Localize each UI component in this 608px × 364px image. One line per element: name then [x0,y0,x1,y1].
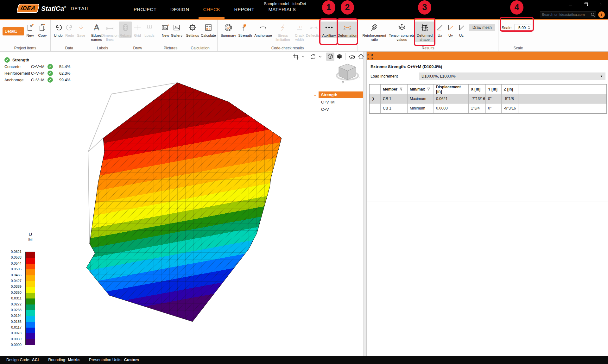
ribbon-button-edges-names[interactable]: A Edges names [90,22,103,42]
tab-design[interactable]: DESIGN [163,0,196,19]
group-label: Draw [117,46,158,50]
table-header-y[interactable]: Y [in] [486,85,502,94]
ribbon-button-new-project[interactable]: New [24,22,36,38]
ribbon-button-summary[interactable]: Summary [219,22,237,38]
ribbon-button-anchorage[interactable]: Anchorage [253,22,273,38]
edges-names-icon: A [92,22,101,33]
ribbon-group-pictures: New Gallery Pictures [158,20,183,51]
save-icon [77,22,85,33]
copy-icon [38,22,47,33]
gear-icon: </> [188,22,197,33]
close-icon[interactable] [598,1,604,8]
tree-item-cvm[interactable]: C+V+M [312,98,363,106]
table-cell[interactable]: 0.0621 [434,94,469,104]
ribbon-button-ux[interactable]: Ux [434,22,445,38]
search-box[interactable] [540,11,596,18]
zoom-extents-button[interactable] [366,53,374,61]
legend-band [26,304,35,310]
ribbon-button-auxiliary[interactable]: Auxiliary [321,22,337,38]
table-cell[interactable]: CB 1 [381,94,408,104]
load-increment-value: D100.0%, L100.0% [421,74,600,78]
home-view-button[interactable] [357,53,365,61]
tree-item-cv[interactable]: C+V [312,106,363,113]
ribbon-button-new-picture[interactable]: New [160,22,171,38]
search-input[interactable] [542,13,591,16]
minimize-button[interactable] [567,1,574,8]
section-view-button[interactable] [348,53,356,61]
tab-report[interactable]: REPORT [227,0,261,19]
svg-text:</>: </> [191,27,194,29]
tab-check[interactable]: CHECK [196,0,227,19]
ribbon-button-gallery[interactable]: Gallery [171,22,183,38]
ribbon-button-settings[interactable]: </> Settings [185,22,200,38]
table-row-expander[interactable]: ❯ [370,94,381,104]
table-cell[interactable]: 0" [486,104,502,113]
new-picture-icon [161,22,169,33]
maximize-button[interactable] [583,1,589,8]
navigation-cube[interactable] [333,61,362,85]
ribbon-button-calculate[interactable]: Calculate [200,22,217,38]
table-cell[interactable]: 0" [486,94,502,104]
filter-icon [427,87,430,91]
tree-item-strength[interactable]: ⌄ Strength [312,91,363,98]
search-icon [591,12,595,17]
table-header-minmax[interactable]: Min/max [408,85,434,94]
brand: IDEA StatiCa® DETAIL [17,4,90,13]
panel-splitter[interactable] [363,52,366,356]
tensor-concrete-values-icon [397,22,406,33]
table-cell[interactable]: Maximum [408,94,434,104]
clip-view-button[interactable] [292,53,300,61]
table-cell[interactable]: -9"3/16 [502,104,518,113]
deformation-icon [343,22,352,33]
table-header-z[interactable]: Z [in] [502,85,518,94]
ribbon-button-strength[interactable]: Strength [237,22,253,38]
main-menu-tabs: PROJECT DESIGN CHECK REPORT MATERIALS [127,0,303,19]
table-row-expander[interactable] [370,104,381,113]
table-cell[interactable]: -7"13/16 [469,94,486,104]
scale-spinner[interactable]: 5.00 [515,24,531,31]
ribbon-button-copy-project[interactable]: Copy [36,22,49,38]
detail1-dropdown[interactable]: Detail1⌄ [3,27,24,35]
wireframe-view-button[interactable] [326,53,334,61]
ribbon-button-tensor-concrete-values[interactable]: Tensor concrete values [389,22,415,42]
tab-project[interactable]: PROJECT [127,0,163,19]
load-increment-dropdown[interactable]: D100.0%, L100.0% ▼ [419,72,605,80]
ribbon-button-undo[interactable]: Undo [53,22,64,38]
finite-element-mesh [86,83,282,322]
chevron-down-icon[interactable] [318,56,322,58]
ribbon-button-deformed-shape[interactable]: Deformed shape [415,22,434,42]
table-cell[interactable]: 0.0000 [434,104,469,113]
rotate-view-button[interactable] [309,53,317,61]
legend-band [26,264,35,269]
status-bar: Design Code:ACI Rounding:Metric Presenta… [0,356,608,364]
model-viewport[interactable] [66,78,288,328]
dimension-lines-icon [106,22,114,33]
crack-width-icon [295,22,304,33]
spinner-arrows[interactable] [527,26,531,29]
ribbon-button-deformation[interactable]: Deformation [337,22,358,38]
chevron-down-icon[interactable] [301,56,305,58]
tab-materials[interactable]: MATERIALS [261,0,303,19]
ribbon-button-uy[interactable]: Uy [445,22,456,38]
divider [324,53,324,60]
legend-value: 0.0311 [3,295,22,301]
table-header-displacement[interactable]: Displacement [in] [434,85,469,94]
info-button[interactable]: i [598,11,605,18]
app-window: IDEA StatiCa® DETAIL Sample model_.ideaD… [0,0,608,364]
legend-labels: 0.06210.05830.05440.05050.04660.04270.03… [3,249,22,348]
table-header-x[interactable]: X [in] [469,85,486,94]
table-cell[interactable]: Minimum [408,104,434,113]
rebars-icon [121,22,130,33]
table-cell[interactable]: 1"3/4 [469,104,486,113]
chevron-down-icon: ⌄ [312,93,319,97]
legend-value: 0.0000 [3,342,22,348]
shaded-view-button[interactable] [335,53,344,61]
divider [345,53,346,60]
table-cell[interactable]: CB 1 [381,104,408,113]
draw-mesh-toggle[interactable]: Draw mesh [469,24,495,31]
group-label: Calculation [183,46,217,50]
table-cell[interactable]: -5"1/8 [502,94,518,104]
table-header-member[interactable]: Member [381,85,408,94]
ribbon-button-uz[interactable]: Uz [456,22,467,38]
ribbon-button-reinforcement-ratio[interactable]: Reinforcement ratio [360,22,389,42]
